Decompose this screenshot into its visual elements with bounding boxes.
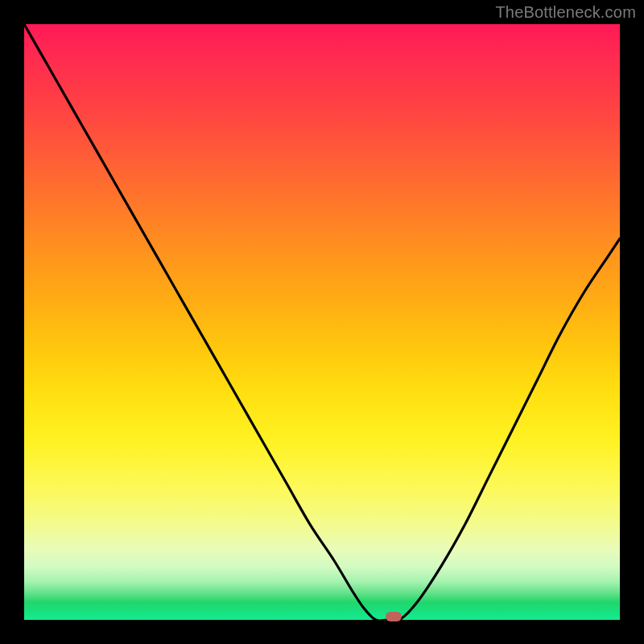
attribution-label: TheBottleneck.com: [495, 3, 636, 22]
chart-frame: TheBottleneck.com: [0, 0, 644, 644]
bottleneck-curve: [24, 24, 620, 621]
optimal-marker: [386, 612, 402, 621]
plot-area: [24, 24, 620, 620]
curve-svg: [24, 24, 620, 620]
